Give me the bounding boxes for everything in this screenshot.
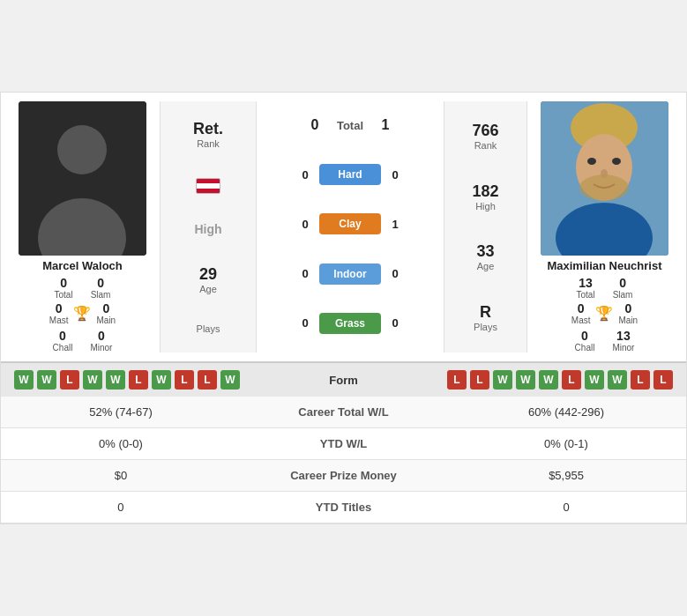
- clay-score-right: 1: [388, 218, 402, 231]
- player1-chall-value: 0: [59, 329, 66, 343]
- stat-label: YTD Titles: [241, 492, 446, 523]
- surface-row-grass: 0 Grass 0: [265, 313, 435, 334]
- player1-rank-stat: Ret. Rank: [193, 120, 223, 149]
- player1-photo: [19, 101, 146, 256]
- stat-right: 60% (442-296): [446, 397, 686, 428]
- player2-rank-stat: 766 Rank: [472, 122, 498, 151]
- player2-stats-bottom: 0 Chall 13 Minor: [575, 329, 635, 353]
- player1-rank-label: Rank: [197, 138, 220, 149]
- player1-form-badge: W: [14, 370, 34, 390]
- stat-right: 0: [446, 492, 686, 523]
- player2-chall-stat: 0 Chall: [575, 329, 595, 353]
- hard-score-right: 0: [388, 168, 402, 182]
- player1-age-label: Age: [199, 284, 217, 294]
- player2-high-stat: 182 High: [472, 182, 498, 212]
- surface-row-indoor: 0 Indoor 0: [265, 263, 435, 285]
- player2-age-label: Age: [477, 261, 495, 271]
- clay-button[interactable]: Clay: [319, 213, 381, 234]
- total-score-left: 0: [306, 117, 324, 133]
- player2-form-badge: W: [539, 370, 558, 390]
- player1-main-label: Main: [96, 315, 116, 325]
- stat-left: 52% (74-67): [1, 397, 241, 428]
- player2-chall-value: 0: [581, 329, 588, 343]
- player1-mast-stat: 0 Mast: [49, 301, 69, 325]
- player2-stats-top: 13 Total 0 Slam: [577, 276, 633, 300]
- player1-chall-stat: 0 Chall: [53, 329, 73, 353]
- player1-form-badges: WWLWWLWLLW: [14, 370, 309, 390]
- grass-button[interactable]: Grass: [319, 313, 381, 334]
- player2-minor-label: Minor: [612, 343, 634, 353]
- hard-button[interactable]: Hard: [319, 164, 381, 185]
- player1-form-badge: L: [175, 370, 194, 390]
- stats-row: $0 Career Prize Money $5,955: [1, 460, 686, 492]
- player2-slam-stat: 0 Slam: [613, 276, 633, 300]
- player1-minor-stat: 0 Minor: [90, 329, 112, 353]
- player1-mast-value: 0: [56, 301, 63, 315]
- player2-total-label: Total: [577, 290, 595, 300]
- svg-point-7: [587, 158, 596, 165]
- player1-minor-label: Minor: [90, 343, 112, 353]
- player2-minor-value: 13: [616, 329, 631, 343]
- stat-left: 0: [1, 492, 241, 523]
- player2-high-value: 182: [472, 182, 498, 201]
- player1-form-badge: W: [106, 370, 125, 390]
- stat-left: $0: [1, 460, 241, 492]
- stats-row: 52% (74-67) Career Total W/L 60% (442-29…: [1, 397, 686, 428]
- player1-main-stat: 0 Main: [96, 301, 116, 325]
- player2-mast-value: 0: [578, 301, 585, 315]
- player1-total-value: 0: [60, 276, 67, 290]
- player1-form-badge: W: [83, 370, 102, 390]
- player2-main-value: 0: [624, 301, 631, 315]
- form-label: Form: [317, 374, 370, 387]
- player1-age-value: 29: [199, 265, 217, 284]
- svg-point-1: [57, 125, 107, 174]
- player1-name: Marcel Waloch: [42, 259, 123, 272]
- player2-age-value: 33: [476, 242, 494, 261]
- stats-table: 52% (74-67) Career Total W/L 60% (442-29…: [1, 397, 686, 523]
- player2-chall-label: Chall: [575, 343, 595, 353]
- player2-form-badge: W: [516, 370, 535, 390]
- player1-form-badge: L: [60, 370, 79, 390]
- player1-mast-label: Mast: [49, 315, 69, 325]
- player2-slam-value: 0: [619, 276, 626, 290]
- player1-trophy-icon: 🏆: [73, 305, 91, 322]
- player1-total-label: Total: [55, 290, 73, 300]
- player1-high-placeholder: High: [194, 222, 221, 236]
- scores-panel: 0 Total 1 0 Hard 0 0 Clay 1 0 Indoor 0 0: [257, 101, 444, 353]
- player2-high-label: High: [475, 201, 496, 212]
- player2-plays-value: R: [480, 303, 491, 322]
- player2-rank-label: Rank: [474, 140, 497, 151]
- stat-right: $5,955: [446, 460, 686, 492]
- player2-plays-label: Plays: [474, 322, 497, 332]
- player1-flag: [196, 178, 220, 194]
- player2-name: Maximilian Neuchrist: [547, 259, 661, 272]
- player2-total-stat: 13 Total: [577, 276, 595, 300]
- indoor-score-right: 0: [388, 267, 402, 280]
- player2-main-stat: 0 Main: [618, 301, 638, 325]
- player1-slam-value: 0: [97, 276, 104, 290]
- player1-main-value: 0: [102, 301, 109, 315]
- player1-middle-panel: Ret. Rank High 29 Age Plays: [160, 101, 257, 353]
- player1-form-badge: L: [198, 370, 217, 390]
- player2-form-badge: L: [653, 370, 673, 390]
- player2-photo: [541, 101, 668, 256]
- player2-slam-label: Slam: [613, 290, 633, 300]
- player1-high-value: High: [194, 222, 221, 236]
- player2-main-label: Main: [618, 315, 638, 325]
- player2-card: Maximilian Neuchrist 13 Total 0 Slam 0 M…: [527, 101, 682, 353]
- form-section: WWLWWLWLLW Form LLWWWLWWLL: [1, 361, 686, 397]
- player1-form-badge: W: [220, 370, 240, 390]
- player2-age-stat: 33 Age: [476, 242, 494, 271]
- player2-form-badge: L: [447, 370, 467, 390]
- player2-trophy-icon: 🏆: [595, 305, 613, 322]
- stat-left: 0% (0-0): [1, 428, 241, 460]
- total-label: Total: [337, 119, 363, 132]
- grass-score-right: 0: [388, 316, 402, 330]
- clay-score-left: 0: [298, 218, 312, 231]
- player2-form-badge: L: [631, 370, 650, 390]
- stat-label: Career Prize Money: [241, 460, 446, 492]
- stat-label: Career Total W/L: [241, 397, 446, 428]
- indoor-button[interactable]: Indoor: [319, 263, 381, 285]
- indoor-score-left: 0: [298, 267, 312, 280]
- player1-card: Marcel Waloch 0 Total 0 Slam 0 Mast 🏆: [5, 101, 160, 353]
